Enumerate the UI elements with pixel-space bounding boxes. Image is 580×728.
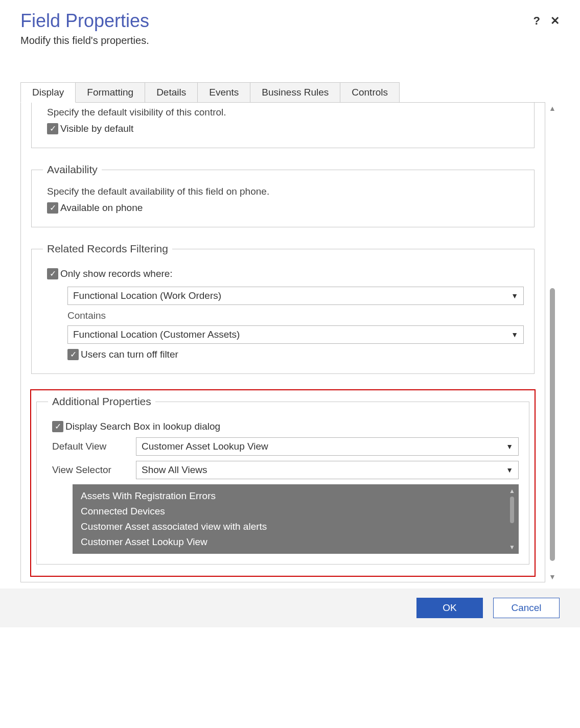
group-availability: Availability Specify the default availab… [31, 163, 535, 227]
tab-events[interactable]: Events [197, 82, 250, 103]
list-item[interactable]: Customer Asset Lookup View [73, 534, 519, 550]
view-listbox[interactable]: Assets With Registration Errors Connecte… [73, 484, 519, 554]
group-additional-properties: Additional Properties Display Search Box… [36, 395, 529, 565]
related-legend: Related Records Filtering [43, 243, 172, 255]
select-view-selector[interactable]: Show All Views ▼ [136, 461, 519, 479]
dialog-subtitle: Modify this field's properties. [20, 35, 533, 46]
select-filter-child[interactable]: Functional Location (Customer Assets) ▼ [67, 325, 524, 344]
help-icon[interactable]: ? [533, 15, 540, 27]
chevron-down-icon: ▼ [506, 466, 513, 474]
default-view-label: Default View [52, 441, 129, 452]
contains-label: Contains [67, 310, 524, 321]
tab-strip: Display Formatting Details Events Busine… [20, 82, 560, 103]
select-filter-parent-value: Functional Location (Work Orders) [73, 290, 221, 301]
list-item[interactable]: Customer Asset associated view with aler… [73, 519, 519, 534]
ok-button[interactable]: OK [416, 598, 483, 618]
view-selector-label: View Selector [52, 464, 129, 476]
cancel-button[interactable]: Cancel [493, 598, 560, 618]
group-related-filtering: Related Records Filtering Only show reco… [31, 243, 535, 374]
select-filter-child-value: Functional Location (Customer Assets) [73, 329, 240, 340]
tab-display[interactable]: Display [20, 82, 76, 103]
dialog-header: Field Properties Modify this field's pro… [0, 0, 580, 52]
tab-panel-display: Specify the default visibility of this c… [20, 102, 545, 582]
tab-details[interactable]: Details [145, 82, 198, 103]
availability-desc: Specify the default availability of this… [47, 186, 524, 197]
scroll-down-icon[interactable]: ▼ [509, 544, 515, 551]
panel-scrollbar[interactable]: ▲ ▼ [545, 103, 560, 582]
scroll-thumb[interactable] [510, 497, 514, 523]
checkbox-display-search-box[interactable] [52, 421, 63, 432]
checkbox-only-show-label: Only show records where: [60, 268, 173, 279]
tab-formatting[interactable]: Formatting [75, 82, 145, 103]
checkbox-turn-off-filter[interactable] [67, 349, 79, 360]
checkbox-visible-default[interactable] [47, 123, 58, 134]
checkbox-available-phone[interactable] [47, 202, 58, 214]
dialog-footer: OK Cancel [0, 589, 580, 627]
scroll-up-icon[interactable]: ▲ [549, 105, 556, 112]
scroll-up-icon[interactable]: ▲ [509, 487, 515, 495]
close-icon[interactable]: ✕ [550, 15, 560, 27]
listbox-scrollbar[interactable]: ▲ ▼ [507, 487, 517, 551]
checkbox-available-phone-label: Available on phone [60, 202, 143, 214]
list-item[interactable]: Assets With Registration Errors [73, 488, 519, 504]
checkbox-display-search-box-label: Display Search Box in lookup dialog [65, 421, 220, 432]
select-default-view[interactable]: Customer Asset Lookup View ▼ [136, 437, 519, 456]
scroll-thumb[interactable] [550, 288, 555, 561]
chevron-down-icon: ▼ [506, 442, 513, 451]
checkbox-only-show[interactable] [47, 268, 58, 279]
scroll-track[interactable] [550, 115, 555, 570]
group-visibility: Specify the default visibility of this c… [31, 103, 535, 148]
additional-legend: Additional Properties [48, 395, 155, 408]
availability-legend: Availability [43, 163, 102, 176]
dialog-title: Field Properties [20, 10, 533, 32]
tab-business-rules[interactable]: Business Rules [250, 82, 340, 103]
checkbox-visible-default-label: Visible by default [60, 123, 133, 134]
scroll-down-icon[interactable]: ▼ [549, 573, 556, 580]
visibility-desc: Specify the default visibility of this c… [47, 107, 524, 118]
list-item[interactable]: Connected Devices [73, 504, 519, 519]
highlight-additional-properties: Additional Properties Display Search Box… [30, 389, 536, 577]
select-default-view-value: Customer Asset Lookup View [142, 441, 268, 452]
tab-controls[interactable]: Controls [340, 82, 400, 103]
chevron-down-icon: ▼ [511, 331, 518, 339]
select-filter-parent[interactable]: Functional Location (Work Orders) ▼ [67, 287, 524, 305]
chevron-down-icon: ▼ [511, 292, 518, 300]
select-view-selector-value: Show All Views [142, 464, 207, 476]
checkbox-turn-off-filter-label: Users can turn off filter [81, 349, 178, 360]
